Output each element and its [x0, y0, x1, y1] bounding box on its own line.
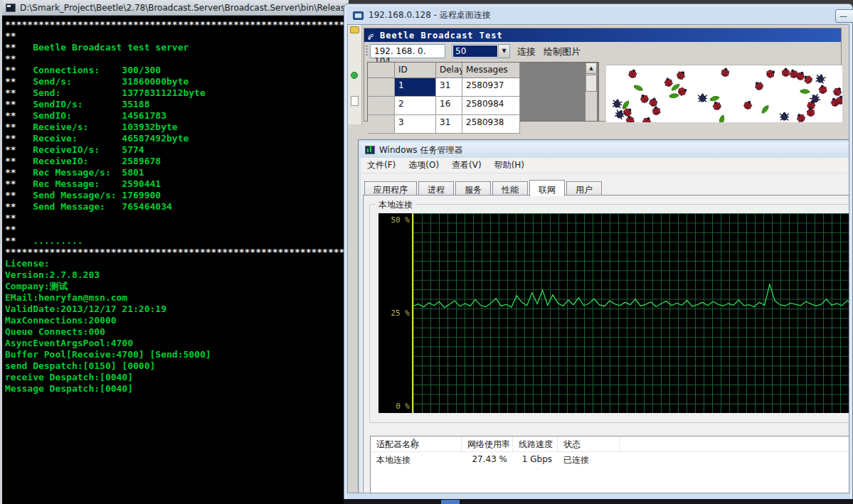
ladybug-sprite: [650, 104, 662, 117]
console-output: ****************************************…: [2, 16, 349, 504]
tab-performance[interactable]: 性能: [492, 181, 528, 195]
console-line: AsyncEventArgsPool:4700: [5, 338, 349, 349]
tab-services[interactable]: 服务: [455, 181, 491, 195]
leaf-sprite: [758, 102, 771, 115]
console-line: receive Despatch:[0040]: [5, 372, 349, 383]
task-manager-icon: [365, 146, 375, 154]
console-line: ** Beetle Broadcast test server: [5, 42, 349, 53]
console-line: ** Rec Message/s: 5801: [5, 167, 349, 178]
grid-header-id[interactable]: ID: [395, 63, 436, 78]
console-line: ****************************************…: [5, 247, 349, 258]
grid-cell[interactable]: 16: [436, 97, 462, 115]
minimize-button[interactable]: —: [835, 9, 853, 23]
console-line: **: [5, 31, 349, 42]
ladybug-sprite: [805, 106, 816, 117]
tab-users[interactable]: 用户: [566, 181, 602, 195]
beetle-broadcast-window: Beetle Broadcast Test 192. 168. 0. 104 5…: [364, 28, 842, 122]
draw-picture-button[interactable]: 绘制图片: [544, 45, 581, 58]
row-header-cell[interactable]: [368, 97, 395, 115]
table-row[interactable]: 3312580938: [368, 115, 598, 134]
rdp-title-text: 192.168.0.128 - 远程桌面连接: [369, 9, 491, 21]
col-link-speed[interactable]: 线路速度: [513, 436, 558, 451]
chevron-down-icon[interactable]: ▼: [498, 45, 509, 58]
console-line: **: [5, 213, 349, 224]
console-line: ValidDate:2013/12/17 21:20:19: [5, 304, 349, 315]
grid-cell[interactable]: 31: [436, 78, 462, 97]
menu-options[interactable]: 选项(O): [402, 157, 445, 173]
connect-button[interactable]: 连接: [517, 45, 536, 58]
console-line: ** ReceiveIO: 2589678: [5, 156, 349, 167]
grid-scrollbar[interactable]: ▲: [586, 63, 597, 121]
taskbar-button[interactable]: [441, 500, 460, 504]
console-line: Queue Connects:000: [5, 326, 349, 338]
scroll-up-icon[interactable]: ▲: [586, 63, 597, 74]
console-line: Message Despatch:[0040]: [5, 383, 349, 395]
page-icon: [351, 96, 359, 106]
console-line: ** Receive/s: 103932byte: [5, 122, 349, 133]
grid-cell[interactable]: 3: [395, 115, 436, 134]
menu-file[interactable]: 文件(F): [361, 157, 402, 173]
taskmgr-tabs: 应用程序 进程 服务 性能 联网 用户: [364, 180, 602, 195]
toolbar-grip[interactable]: [366, 45, 368, 57]
console-line: ** Send Message: 765464034: [5, 201, 349, 213]
grid-cell[interactable]: 31: [436, 115, 462, 134]
sort-arrow-icon: ▲: [412, 436, 415, 442]
adapter-row[interactable]: 本地连接 27.43 % 1 Gbps 已连接: [371, 452, 849, 468]
scrollbar-thumb[interactable]: [586, 75, 597, 92]
console-line: **: [5, 53, 349, 65]
console-line: ** Send Message/s: 1769900: [5, 190, 349, 201]
adapter-link-speed: 1 Gbps: [513, 452, 558, 468]
beetle-title-text: Beetle Broadcast Test: [380, 31, 503, 41]
grid-cell[interactable]: 2580984: [462, 97, 520, 115]
rdp-titlebar[interactable]: 192.168.0.128 - 远程桌面连接: [347, 6, 849, 24]
local-connection-groupbox: 本地连接 50 % 25 % 0 %: [369, 204, 849, 423]
grid-cell[interactable]: 2: [395, 97, 436, 115]
menu-help[interactable]: 帮助(H): [488, 157, 531, 173]
grid-cell[interactable]: 2580938: [462, 115, 520, 134]
table-row[interactable]: 2162580984: [368, 97, 598, 115]
console-line: ** SendIO/s: 35188: [5, 99, 349, 110]
console-line: ** .........: [5, 235, 349, 247]
grid-cell[interactable]: 2580937: [462, 78, 520, 97]
grid-header-delay[interactable]: Delay: [436, 63, 462, 78]
connection-count-combobox[interactable]: 50 ▼: [452, 44, 510, 58]
groupbox-label: 本地连接: [376, 199, 415, 211]
beetle-sprite: [779, 111, 790, 122]
ladybug-sprite: [763, 66, 778, 80]
col-spacer: [620, 436, 849, 451]
console-titlebar[interactable]: D:\Smark_Project\Beetle\2.78\Broadcast.S…: [2, 0, 349, 16]
row-header-cell[interactable]: [368, 78, 395, 97]
table-row[interactable]: 1312580937: [368, 78, 598, 97]
tab-applications[interactable]: 应用程序: [364, 181, 417, 195]
connections-grid: ID Delay Messages 1312580937216258098433…: [367, 62, 599, 122]
beetle-drawing-canvas[interactable]: [606, 65, 842, 122]
ladybug-sprite: [741, 98, 756, 112]
console-title-text: D:\Smark_Project\Beetle\2.78\Broadcast.S…: [20, 3, 349, 13]
ip-address-input[interactable]: 192. 168. 0. 104: [370, 44, 445, 58]
menu-view[interactable]: 查看(V): [445, 157, 488, 173]
ladybug-sprite: [719, 66, 731, 78]
tab-processes[interactable]: 进程: [418, 181, 454, 195]
adapter-state: 已连接: [558, 452, 620, 468]
rdp-session-area: Beetle Broadcast Test 192. 168. 0. 104 5…: [347, 24, 849, 493]
remote-desktop-icon: [353, 11, 364, 20]
console-window: D:\Smark_Project\Beetle\2.78\Broadcast.S…: [0, 0, 349, 504]
beetle-titlebar[interactable]: Beetle Broadcast Test: [364, 28, 841, 42]
grid-cell[interactable]: 1: [395, 78, 436, 97]
ladybug-sprite: [623, 113, 636, 122]
taskmgr-titlebar[interactable]: Windows 任务管理器: [361, 142, 849, 158]
adapter-table: ▲ 适配器名称 网络使用率 线路速度 状态 本地连接 27.43 % 1 Gbp…: [370, 436, 849, 493]
console-line: ****************************************…: [5, 19, 349, 31]
grid-header-messages[interactable]: Messages: [462, 63, 520, 78]
remote-taskbar-strip: [344, 499, 853, 504]
console-line: ** Rec Message: 2590441: [5, 178, 349, 190]
ladybug-sprite: [835, 94, 842, 106]
col-network-utilization[interactable]: 网络使用率: [462, 436, 513, 451]
console-line: ** Send/s: 31860000byte: [5, 76, 349, 87]
tab-networking[interactable]: 联网: [529, 180, 565, 196]
col-adapter-name[interactable]: 适配器名称: [371, 436, 462, 451]
row-header-cell[interactable]: [368, 115, 395, 134]
beetle-sprite: [697, 92, 708, 103]
col-state[interactable]: 状态: [558, 436, 620, 451]
graph-grid: [413, 213, 849, 413]
